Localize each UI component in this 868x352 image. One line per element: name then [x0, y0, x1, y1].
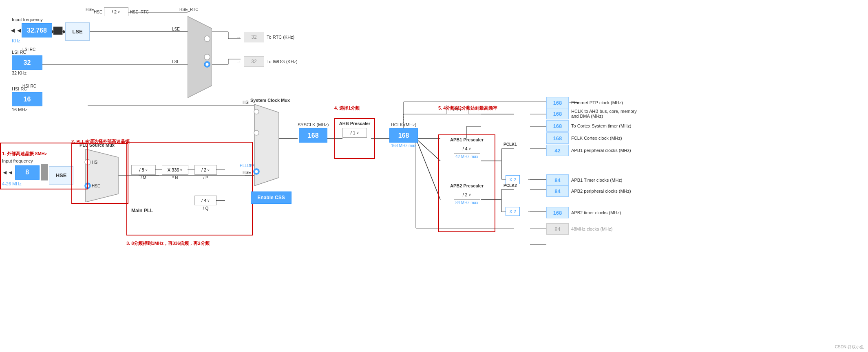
lse-arrows-right: ██	[54, 26, 62, 35]
svg-text:LSI: LSI	[172, 59, 178, 64]
lsi-section: LSI RC 32 32 KHz	[12, 50, 42, 75]
apb1-timer-x2-section: X 2	[506, 175, 520, 184]
lse-arrows: ◄◄	[12, 26, 20, 35]
hclk-max-label: 168 MHz max	[391, 143, 416, 148]
ahb-prescaler-label: AHB Prescaler	[337, 121, 372, 126]
svg-point-78	[254, 109, 259, 114]
rtc-output-row: → 32 To RTC (KHz)	[236, 32, 294, 42]
cortex-label: To Cortex System timer (MHz)	[571, 123, 631, 128]
apb1-x2-box: X 2	[506, 175, 520, 184]
apb2-timer-label: APB2 timer clocks (MHz)	[571, 210, 621, 215]
48mhz-label: 48MHz clocks (MHz)	[571, 227, 612, 231]
sysclk-value[interactable]: 168	[299, 128, 327, 143]
iwdg-output-row: → 32 To IWDG (KHz)	[236, 56, 298, 67]
apb1-prescaler-label: APB1 Prescaler	[441, 137, 493, 142]
apb1-periph-label: APB1 peripheral clocks (MHz)	[571, 148, 631, 153]
hclk-ahb-label: HCLK to AHB bus, core, memory and DMA (M…	[571, 109, 645, 119]
apb2-prescaler-label: APB2 Prescaler	[441, 183, 493, 188]
svg-text:HSE_RTC: HSE_RTC	[179, 7, 199, 12]
apb1-div-dropdown[interactable]: / 4	[454, 144, 480, 154]
hclk-ahb-value[interactable]: 168	[546, 108, 569, 119]
svg-line-23	[416, 139, 440, 161]
rtc-value: 32	[244, 32, 264, 42]
svg-text:LSE: LSE	[172, 27, 180, 31]
eth-value[interactable]: 168	[546, 97, 569, 108]
apb1-timer-label: APB1 Timer clocks (MHz)	[571, 178, 622, 183]
svg-text:HSE: HSE	[86, 7, 94, 12]
lse-block: LSE	[65, 22, 90, 41]
apb1-prescaler-section: APB1 Prescaler / 4 42 MHz max	[441, 137, 493, 159]
iwdg-label: To IWDG (KHz)	[267, 59, 298, 64]
hclk-value[interactable]: 168	[389, 128, 418, 143]
apb1-timer-value[interactable]: 84	[546, 174, 569, 186]
apb1-periph-value[interactable]: 42	[546, 145, 569, 156]
ahb-div-dropdown[interactable]: / 1	[342, 128, 367, 138]
svg-line-24	[416, 139, 440, 200]
annotation-4: 4. 选择1分频	[334, 105, 360, 111]
lse-freq-value[interactable]: 32.768	[22, 23, 52, 37]
48mhz-value: 84	[546, 223, 569, 235]
apb1-periph-output-row: 42 APB1 peripheral clocks (MHz)	[546, 145, 631, 156]
svg-point-94	[204, 54, 210, 60]
apb2-periph-output-row: 84 APB2 peripheral clocks (MHz)	[546, 185, 631, 197]
apb2-periph-label: APB2 peripheral clocks (MHz)	[571, 189, 631, 194]
apb1-pclk1-max: 42 MHz max	[441, 154, 493, 159]
main-pll-section: / 8 / M X 336 * N / 2 / P / 4 / Q Main P…	[126, 142, 253, 235]
cortex-output-row: 168 To Cortex System timer (MHz)	[546, 120, 631, 132]
apb2-pclk2-max: 84 MHz max	[441, 200, 493, 205]
apb2-timer-x2-section: X 2	[506, 207, 520, 216]
lse-input-label: Input frequency	[12, 17, 62, 22]
hse-rtc-section: HSE / 2 HSE_RTC	[94, 7, 149, 16]
hsi-freq-value[interactable]: 16	[12, 92, 42, 106]
hse-rtc-label: HSE_RTC	[130, 10, 149, 14]
fclk-value[interactable]: 168	[546, 132, 569, 144]
fclk-output-row: 168 FCLK Cortex clock (MHz)	[546, 132, 622, 144]
apb-prescalers-section: APB1 Prescaler / 4 42 MHz max APB2 Presc…	[438, 134, 495, 232]
hse-rtc-div-dropdown[interactable]: / 2	[104, 7, 128, 16]
annotation-2-border	[71, 143, 128, 204]
eth-label: Ethernet PTP clock (MHz)	[571, 100, 623, 105]
lse-input-section: Input frequency ◄◄ 32.768 ██ KHz	[12, 17, 62, 43]
watermark: CSDN @双小鱼	[835, 344, 864, 350]
pclk2-label: PCLK2	[504, 183, 517, 188]
hsi-unit-label: 16 MHz	[12, 107, 42, 112]
sysclk-section: SYSCLK (MHz) 168	[298, 122, 329, 143]
system-clock-mux-label: System Clock Mux	[250, 98, 290, 187]
svg-point-79	[254, 130, 259, 135]
enable-css-button[interactable]: Enable CSS	[251, 191, 292, 204]
apb2-periph-value[interactable]: 84	[546, 185, 569, 197]
apb2-x2-box: X 2	[506, 207, 520, 216]
apb1-timer-output-row: 84 APB1 Timer clocks (MHz)	[546, 174, 622, 186]
lsi-unit-label: 32 KHz	[12, 70, 42, 75]
hsi-rc-label: HSI RC	[12, 86, 42, 91]
cortex-value[interactable]: 168	[546, 120, 569, 132]
apb2-timer-output-row: 168 APB2 timer clocks (MHz)	[546, 207, 621, 218]
eth-output-row: 168 Ethernet PTP clock (MHz)	[546, 97, 623, 108]
hclk-label: HCLK (MHz)	[391, 122, 416, 127]
hclk-section: HCLK (MHz) 168 168 MHz max	[389, 122, 418, 148]
ahb-prescaler-section: AHB Prescaler / 1	[334, 118, 375, 159]
svg-point-93	[204, 36, 210, 42]
apb2-prescaler-section: APB2 Prescaler / 2 84 MHz max	[441, 183, 493, 205]
hclk-ahb-output-row: 168 HCLK to AHB bus, core, memory and DM…	[546, 108, 645, 119]
svg-point-81	[255, 170, 258, 173]
svg-point-96	[206, 63, 209, 66]
sysclk-label: SYSCLK (MHz)	[298, 122, 329, 127]
lsi-freq-value[interactable]: 32	[12, 55, 42, 70]
hsi-section: HSI RC 16 16 MHz	[12, 86, 42, 112]
lse-unit: KHz	[12, 38, 62, 43]
fclk-label: FCLK Cortex clock (MHz)	[571, 136, 622, 141]
hse-rtc-hse-label: HSE	[94, 10, 102, 14]
iwdg-value: 32	[244, 56, 264, 67]
svg-text:HSI: HSI	[243, 100, 250, 105]
48mhz-output-row: 84 48MHz clocks (MHz)	[546, 223, 612, 235]
annotation-3: 3. 8分频得到1MHz，再336倍频，再2分频	[126, 240, 210, 246]
apb2-timer-value[interactable]: 168	[546, 207, 569, 218]
rtc-label: To RTC (KHz)	[267, 35, 294, 40]
lsi-rc-label: LSI RC	[12, 50, 42, 55]
pclk1-label: PCLK1	[504, 142, 517, 147]
apb2-div-dropdown[interactable]: / 2	[454, 190, 480, 200]
annotation-5: 5. 4分频跟2分频达到最高频率	[438, 105, 497, 111]
